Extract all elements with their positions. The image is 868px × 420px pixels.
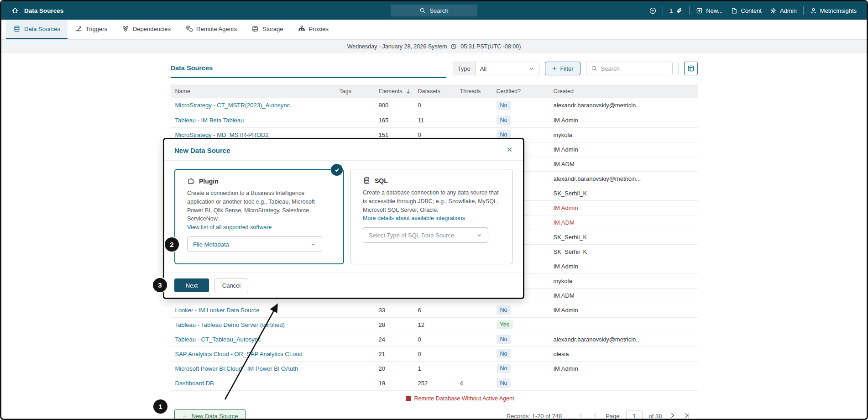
- dependencies-button[interactable]: [649, 349, 657, 358]
- col-header-tags[interactable]: Tags: [335, 84, 374, 98]
- delete-button[interactable]: [675, 247, 683, 256]
- col-header-datasets[interactable]: Datasets: [413, 84, 455, 98]
- clock-icon: [450, 43, 457, 50]
- delete-button[interactable]: [675, 291, 683, 300]
- delete-button[interactable]: [675, 101, 683, 110]
- data-source-name-link[interactable]: MicroStrategy - CT_MSTR(2023)_Autosync: [175, 102, 290, 109]
- delete-button[interactable]: [675, 130, 683, 139]
- tab-proxies[interactable]: Proxies: [291, 20, 336, 39]
- dependencies-button[interactable]: [649, 116, 657, 125]
- threads-cell: [455, 98, 492, 113]
- data-source-name-link[interactable]: Dashboard DB: [175, 380, 214, 387]
- type-filter-select[interactable]: All: [476, 62, 539, 75]
- section-title: Data Sources: [171, 64, 213, 72]
- tab-dependencies[interactable]: Dependencies: [115, 20, 178, 39]
- delete-button[interactable]: [675, 203, 683, 212]
- col-header-threads[interactable]: Threads: [455, 84, 492, 98]
- dependencies-button[interactable]: [649, 291, 657, 300]
- cancel-button[interactable]: Cancel: [214, 278, 248, 292]
- last-page-icon: [684, 412, 690, 419]
- sql-option-card[interactable]: SQL Create a database connection to any …: [350, 169, 513, 264]
- document-icon: [731, 7, 737, 14]
- delete-button[interactable]: [675, 218, 683, 227]
- dependencies-button[interactable]: [649, 262, 657, 271]
- delete-button[interactable]: [675, 349, 683, 358]
- certified-badge: No: [497, 116, 511, 125]
- dependencies-button[interactable]: [649, 218, 657, 227]
- plugin-option-card[interactable]: Plugin Create a connection to a Business…: [174, 169, 344, 264]
- header-action[interactable]: Content: [731, 7, 762, 14]
- sparkle-icon[interactable]: [649, 7, 656, 14]
- tags-cell: [335, 98, 374, 113]
- delete-button[interactable]: [675, 276, 683, 285]
- col-header-name[interactable]: Name: [171, 84, 335, 98]
- table-search-input[interactable]: [601, 65, 668, 72]
- tab-data-sources[interactable]: Data Sources: [6, 20, 68, 39]
- data-source-name-link[interactable]: Microsoft Power BI Cloud - IM Power BI O…: [175, 365, 298, 372]
- delete-button[interactable]: [675, 320, 683, 329]
- new-data-source-button[interactable]: New Data Source: [174, 409, 246, 420]
- attachments-button[interactable]: 1: [669, 7, 683, 14]
- dependencies-button[interactable]: [649, 203, 657, 212]
- created-cell: [549, 376, 645, 390]
- header-action[interactable]: Admin: [770, 7, 797, 14]
- storage-icon: [251, 25, 259, 32]
- data-source-name-link[interactable]: SAP Analytics Cloud - OR_SAP Analytics C…: [175, 351, 303, 357]
- delete-button[interactable]: [675, 305, 683, 315]
- next-page-button[interactable]: [669, 411, 677, 420]
- delete-button[interactable]: [675, 364, 683, 373]
- dependencies-button[interactable]: [649, 364, 657, 373]
- column-settings-button[interactable]: [684, 62, 698, 75]
- tab-remote-agents[interactable]: Remote Agents: [178, 20, 244, 39]
- prev-page-button[interactable]: [591, 411, 599, 420]
- delete-button[interactable]: [675, 189, 683, 198]
- first-page-button[interactable]: [576, 411, 585, 420]
- dependencies-button[interactable]: [649, 159, 657, 168]
- tab-triggers[interactable]: Triggers: [68, 20, 115, 39]
- dependencies-button[interactable]: [649, 276, 657, 285]
- global-search-button[interactable]: Search: [391, 5, 477, 16]
- plugin-type-select[interactable]: File Metadata: [187, 236, 322, 252]
- home-icon[interactable]: [11, 7, 19, 14]
- user-menu[interactable]: MetricInsights: [810, 7, 857, 14]
- dependencies-button[interactable]: [649, 130, 657, 139]
- dependencies-button[interactable]: [649, 189, 657, 198]
- dependencies-button[interactable]: [649, 320, 657, 329]
- tab-storage[interactable]: Storage: [244, 20, 291, 39]
- add-filter-button[interactable]: Filter: [545, 62, 580, 75]
- delete-button[interactable]: [675, 174, 683, 183]
- data-source-name-link[interactable]: MicroStrategy - MD_MSTR-PROD2: [175, 131, 269, 138]
- dependencies-button[interactable]: [649, 305, 657, 315]
- page-number-input[interactable]: [626, 410, 643, 420]
- delete-button[interactable]: [675, 145, 683, 154]
- next-button[interactable]: Next: [174, 278, 209, 292]
- delete-button[interactable]: [675, 262, 683, 271]
- dependencies-button[interactable]: [649, 145, 657, 154]
- delete-button[interactable]: [675, 116, 683, 125]
- threads-cell: 4: [455, 376, 492, 390]
- plugin-supported-software-link[interactable]: View list of all supported software: [187, 224, 272, 231]
- dependencies-button[interactable]: [649, 247, 657, 256]
- delete-button[interactable]: [675, 159, 683, 168]
- sql-type-select[interactable]: Select Type of SQL Data Source: [363, 227, 488, 243]
- close-button[interactable]: [506, 146, 513, 154]
- dependencies-button[interactable]: [649, 335, 657, 344]
- sql-integrations-link[interactable]: More details about available integration…: [363, 215, 465, 221]
- dependencies-button[interactable]: [649, 378, 657, 388]
- hierarchy-icon: [649, 276, 657, 284]
- data-source-name-link[interactable]: Looker - IM Looker Data Source: [175, 307, 260, 314]
- dependencies-button[interactable]: [649, 174, 657, 183]
- dependencies-button[interactable]: [649, 101, 657, 110]
- last-page-button[interactable]: [683, 411, 691, 420]
- delete-button[interactable]: [675, 335, 683, 344]
- data-source-name-link[interactable]: Tableau - Tableau Demo Server (certified…: [175, 321, 285, 328]
- delete-button[interactable]: [675, 232, 683, 242]
- col-header-created[interactable]: Created: [549, 84, 645, 98]
- dependencies-button[interactable]: [649, 232, 657, 242]
- data-source-name-link[interactable]: Tableau - IM Beta Tableau: [175, 117, 244, 124]
- col-header-elements[interactable]: Elements: [374, 84, 413, 98]
- col-header-certified[interactable]: Certified?: [492, 84, 549, 98]
- sql-option-title: SQL: [375, 177, 388, 184]
- data-source-name-link[interactable]: Tableau - CT_Tableau_Autosync: [175, 336, 261, 343]
- header-action[interactable]: New...: [696, 7, 722, 14]
